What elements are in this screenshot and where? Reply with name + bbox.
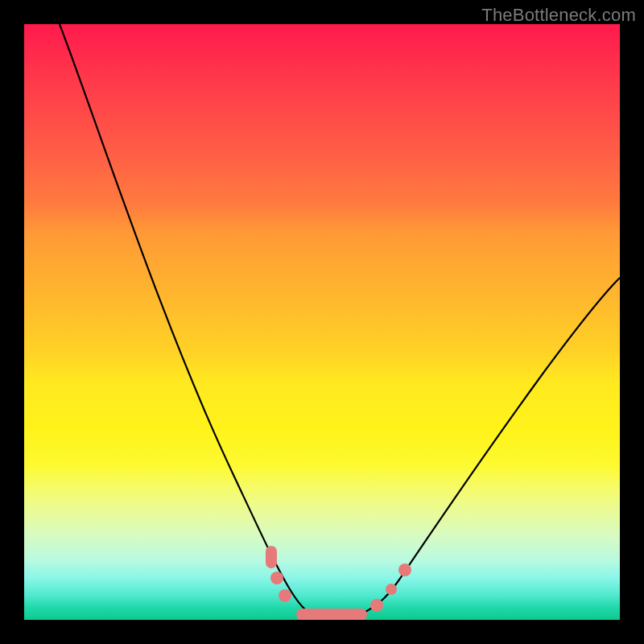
marker-dot-right-mid (386, 584, 397, 595)
marker-dot-left-mid (270, 572, 283, 584)
marker-pill-bottom (296, 609, 367, 620)
watermark-text: TheBottleneck.com (481, 5, 636, 26)
marker-pill-left-upper (266, 546, 277, 568)
outer-frame: TheBottleneck.com (0, 0, 644, 644)
bottleneck-curve (60, 24, 620, 619)
marker-dot-right-low (370, 599, 383, 612)
plot-area (24, 24, 620, 620)
curve-markers (266, 546, 411, 620)
curve-svg (24, 24, 620, 620)
marker-dot-right-upper (398, 564, 411, 576)
marker-dot-left-low (279, 589, 291, 602)
